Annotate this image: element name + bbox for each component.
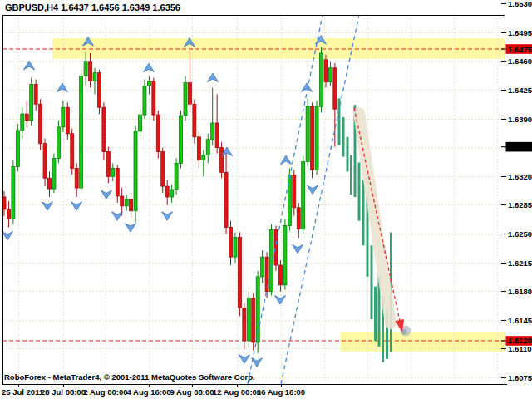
price-axis-layer: 1.65301.64951.64601.64251.63901.63201.62… bbox=[501, 0, 532, 382]
candle bbox=[62, 107, 65, 127]
candle bbox=[206, 140, 209, 155]
candle bbox=[93, 73, 96, 81]
date-label: 12 Aug 00:00 bbox=[213, 387, 261, 397]
candle bbox=[229, 228, 233, 258]
fractal-up-icon bbox=[208, 73, 219, 82]
candle bbox=[134, 131, 137, 211]
price-axis-label: 1.6110 bbox=[508, 344, 532, 353]
candle bbox=[75, 168, 78, 188]
candle bbox=[188, 83, 191, 105]
candle bbox=[328, 68, 332, 82]
fractal-down-icon bbox=[101, 190, 112, 200]
candle bbox=[161, 152, 165, 187]
candle bbox=[106, 152, 110, 177]
price-axis-label: 1.6075 bbox=[508, 373, 532, 382]
fractal-up-icon bbox=[144, 63, 155, 72]
candle bbox=[215, 123, 219, 148]
candle bbox=[43, 144, 47, 179]
fractal-down-icon bbox=[71, 202, 82, 211]
candle bbox=[175, 163, 178, 190]
price-axis-label: 1.6285 bbox=[508, 200, 532, 209]
candle bbox=[121, 196, 124, 206]
candle bbox=[89, 62, 92, 81]
candle bbox=[261, 257, 264, 277]
candle bbox=[224, 172, 228, 227]
candle bbox=[143, 86, 146, 115]
candle bbox=[12, 166, 15, 219]
candle bbox=[302, 161, 305, 229]
candle bbox=[52, 158, 56, 189]
resistance-label: 1.6475 bbox=[508, 45, 532, 54]
candle bbox=[184, 83, 187, 116]
candle bbox=[125, 200, 128, 206]
current-price-label: 1.6356 bbox=[508, 142, 532, 151]
price-axis-label: 1.6320 bbox=[508, 172, 532, 181]
price-axis-label: 1.6250 bbox=[508, 229, 532, 239]
candle bbox=[274, 230, 278, 266]
candle bbox=[16, 131, 19, 167]
candle bbox=[2, 197, 6, 209]
date-label: 28 Jul 08:00 bbox=[41, 387, 86, 397]
fractal-down-icon bbox=[2, 231, 13, 240]
candle bbox=[293, 175, 296, 208]
fractal-down-icon bbox=[42, 202, 53, 211]
candle bbox=[283, 226, 287, 285]
date-label: 2 Aug 00:00 bbox=[84, 387, 128, 397]
candle bbox=[165, 186, 169, 197]
support-label: 1.6120 bbox=[508, 336, 532, 345]
date-axis-layer: 25 Jul 201128 Jul 08:002 Aug 00:004 Aug … bbox=[2, 384, 305, 397]
fractal-down-icon bbox=[162, 212, 173, 220]
fractal-down-icon bbox=[112, 212, 123, 220]
fractal-up-icon bbox=[24, 61, 35, 70]
candle bbox=[234, 237, 237, 257]
date-label: 25 Jul 2011 bbox=[2, 387, 44, 397]
candle bbox=[193, 104, 196, 137]
candle bbox=[34, 85, 37, 105]
price-axis-label: 1.6530 bbox=[508, 0, 532, 8]
fractal-down-icon bbox=[239, 355, 250, 364]
candle bbox=[84, 62, 87, 76]
candle bbox=[315, 106, 318, 170]
candle bbox=[324, 60, 328, 82]
price-axis-label: 1.6460 bbox=[508, 57, 532, 66]
candle bbox=[170, 190, 174, 197]
price-axis-label: 1.6495 bbox=[508, 28, 532, 37]
candle bbox=[320, 53, 323, 106]
channel-lower[interactable] bbox=[248, 15, 323, 384]
candle bbox=[48, 178, 52, 189]
candle bbox=[7, 209, 10, 219]
candle bbox=[25, 114, 28, 121]
candle bbox=[111, 168, 115, 176]
candle bbox=[252, 298, 255, 342]
candle bbox=[130, 200, 133, 211]
candle bbox=[57, 127, 60, 159]
date-label: 4 Aug 16:00 bbox=[127, 387, 171, 397]
candles-layer bbox=[2, 47, 337, 353]
candle bbox=[156, 115, 160, 151]
fractal-down-icon bbox=[308, 185, 318, 195]
candle bbox=[152, 81, 155, 116]
candle bbox=[306, 106, 309, 161]
fractal-down-icon bbox=[275, 296, 286, 305]
candle bbox=[116, 168, 119, 196]
mt4-chart-canvas[interactable]: 1.65301.64951.64601.64251.63901.63201.62… bbox=[0, 0, 532, 399]
chart-title: GBPUSD,H4 1.6437 1.6456 1.6349 1.6356 bbox=[5, 2, 180, 12]
candle bbox=[333, 68, 337, 109]
candle bbox=[247, 298, 250, 341]
candle bbox=[71, 134, 74, 169]
price-axis-label: 1.6180 bbox=[508, 287, 532, 296]
copyright-text: RoboForex - MetaTrader4, © 2001-2011 Met… bbox=[4, 372, 255, 382]
price-axis-label: 1.6145 bbox=[508, 316, 532, 325]
fractal-down-icon bbox=[293, 244, 303, 254]
candle bbox=[102, 107, 106, 151]
candle bbox=[147, 81, 150, 86]
candle bbox=[97, 73, 101, 108]
fractal-up-icon bbox=[281, 155, 292, 165]
candle bbox=[270, 230, 273, 292]
price-axis-label: 1.6215 bbox=[508, 259, 532, 268]
candle bbox=[180, 116, 183, 163]
price-axis-label: 1.6390 bbox=[508, 115, 532, 124]
price-axis-label: 1.6425 bbox=[508, 86, 532, 95]
candle bbox=[311, 106, 314, 170]
candle bbox=[39, 104, 42, 143]
